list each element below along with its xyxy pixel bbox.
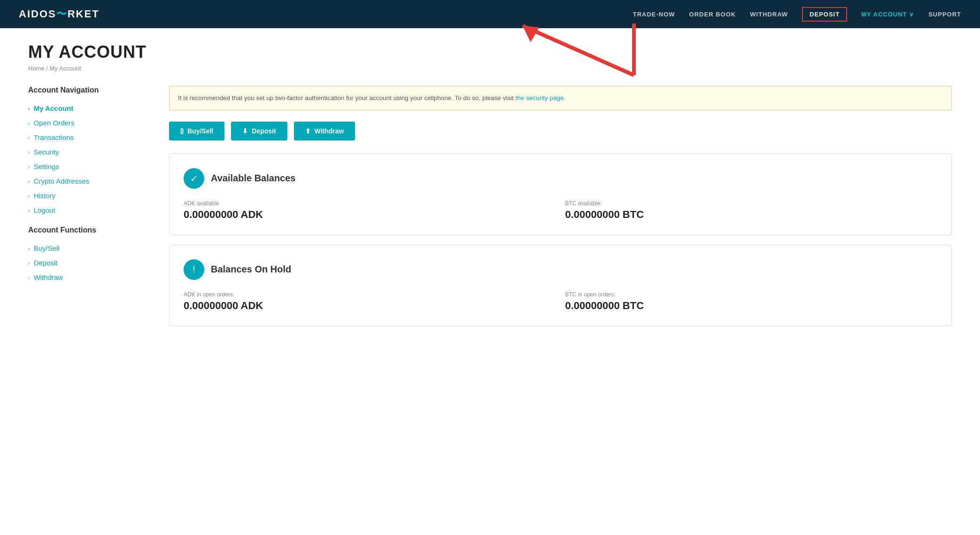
hold-balances-card: ! Balances On Hold ADK in open orders: 0… — [169, 245, 952, 326]
alert-box: It is recommended that you set up two-fa… — [169, 86, 952, 110]
btc-available-label: BTC available: — [565, 200, 938, 207]
sidebar-item-label: Deposit — [34, 259, 58, 267]
available-balances-header: ✓ Available Balances — [184, 168, 937, 189]
adk-available-item: ADK available 0.00000000 ADK — [184, 200, 556, 221]
nav-withdraw[interactable]: WITHDRAW — [750, 11, 788, 18]
btc-available-item: BTC available: 0.00000000 BTC — [565, 200, 938, 221]
logo[interactable]: AIDOS〜RKET — [19, 7, 100, 21]
breadcrumb-current: My Account — [50, 65, 81, 72]
breadcrumb: Home / My Account — [28, 65, 952, 72]
page-wrapper: MY ACCOUNT Home / My Account Account Nav… — [0, 28, 980, 350]
deposit-button[interactable]: ⬇ Deposit — [231, 122, 287, 140]
sidebar-item-buy-sell[interactable]: › Buy/Sell — [28, 241, 150, 256]
sidebar-item-my-account[interactable]: › My Account — [28, 101, 150, 116]
main-content: It is recommended that you set up two-fa… — [169, 86, 952, 336]
page-content: MY ACCOUNT Home / My Account Account Nav… — [0, 28, 980, 350]
sidebar-item-label: Open Orders — [34, 119, 75, 127]
sidebar-item-label: Withdraw — [34, 273, 63, 281]
adk-hold-item: ADK in open orders: 0.00000000 ADK — [184, 291, 556, 312]
sidebar-item-logout[interactable]: › Logout — [28, 203, 150, 217]
sidebar-item-label: Security — [34, 148, 59, 156]
main-layout: Account Navigation › My Account › Open O… — [28, 86, 952, 336]
sidebar-nav-title: Account Navigation — [28, 86, 150, 94]
adk-available-value: 0.00000000 ADK — [184, 209, 556, 221]
btc-hold-item: BTC in open orders: 0.00000000 BTC — [565, 291, 938, 312]
alert-text-end: . — [563, 94, 565, 101]
sidebar-item-open-orders[interactable]: › Open Orders — [28, 116, 150, 130]
logo-wave: 〜 — [56, 8, 68, 20]
chevron-icon: › — [28, 193, 30, 199]
available-balances-card: ✓ Available Balances ADK available 0.000… — [169, 154, 952, 235]
adk-hold-value: 0.00000000 ADK — [184, 300, 556, 312]
deposit-label: Deposit — [252, 127, 276, 135]
available-balances-title: Available Balances — [211, 173, 295, 184]
sidebar-item-security[interactable]: › Security — [28, 145, 150, 159]
alert-security-link[interactable]: the security page — [516, 94, 564, 101]
chevron-icon: › — [28, 178, 30, 184]
buy-sell-icon: ₿ — [180, 127, 184, 135]
check-icon: ✓ — [184, 168, 204, 189]
withdraw-icon: ⬆ — [305, 127, 311, 135]
buy-sell-label: Buy/Sell — [187, 127, 213, 135]
chevron-icon: › — [28, 106, 30, 111]
sidebar-item-label: Buy/Sell — [34, 244, 60, 252]
chevron-icon: › — [28, 208, 30, 213]
chevron-icon: › — [28, 120, 30, 126]
deposit-icon: ⬇ — [242, 127, 248, 135]
sidebar-item-label: History — [34, 192, 56, 200]
chevron-icon: › — [28, 164, 30, 170]
adk-hold-label: ADK in open orders: — [184, 291, 556, 298]
adk-available-label: ADK available — [184, 200, 556, 207]
sidebar: Account Navigation › My Account › Open O… — [28, 86, 150, 285]
nav-my-account[interactable]: MY ACCOUNT ∨ — [861, 11, 914, 18]
chevron-icon: › — [28, 149, 30, 155]
buy-sell-button[interactable]: ₿ Buy/Sell — [169, 122, 224, 140]
breadcrumb-home[interactable]: Home — [28, 65, 45, 72]
chevron-icon: › — [28, 275, 30, 280]
sidebar-item-withdraw[interactable]: › Withdraw — [28, 270, 150, 285]
sidebar-item-settings[interactable]: › Settings — [28, 159, 150, 174]
nav-support[interactable]: SUPPORT — [928, 11, 961, 18]
hold-balances-grid: ADK in open orders: 0.00000000 ADK BTC i… — [184, 291, 937, 312]
hold-balances-header: ! Balances On Hold — [184, 259, 937, 280]
nav-trade-now[interactable]: TRADE-NOW — [633, 11, 675, 18]
sidebar-item-label: Settings — [34, 163, 59, 171]
action-buttons: ₿ Buy/Sell ⬇ Deposit ⬆ Withdraw — [169, 122, 952, 140]
main-nav: TRADE-NOW ORDER BOOK WITHDRAW DEPOSIT MY… — [633, 7, 961, 22]
sidebar-item-label: Crypto Addresses — [34, 177, 89, 185]
hold-balances-title: Balances On Hold — [211, 264, 291, 275]
sidebar-item-history[interactable]: › History — [28, 188, 150, 203]
sidebar-functions-title: Account Functions — [28, 226, 150, 234]
available-balances-grid: ADK available 0.00000000 ADK BTC availab… — [184, 200, 937, 221]
btc-available-value: 0.00000000 BTC — [565, 209, 938, 221]
logo-text: AIDOS〜RKET — [19, 7, 100, 21]
exclamation-icon: ! — [184, 259, 204, 280]
sidebar-item-label: My Account — [34, 104, 73, 112]
alert-text: It is recommended that you set up two-fa… — [178, 94, 516, 101]
header: AIDOS〜RKET TRADE-NOW ORDER BOOK WITHDRAW… — [0, 0, 980, 28]
btc-hold-label: BTC in open orders: — [565, 291, 938, 298]
sidebar-item-crypto-addresses[interactable]: › Crypto Addresses — [28, 174, 150, 188]
sidebar-item-label: Transactions — [34, 133, 74, 141]
sidebar-item-label: Logout — [34, 206, 55, 214]
btc-hold-value: 0.00000000 BTC — [565, 300, 938, 312]
logo-text-aidos: AIDOS — [19, 8, 56, 20]
logo-text-rket: RKET — [68, 8, 100, 20]
breadcrumb-separator: / — [45, 65, 50, 72]
chevron-icon: › — [28, 246, 30, 251]
sidebar-item-transactions[interactable]: › Transactions — [28, 130, 150, 145]
withdraw-label: Withdraw — [315, 127, 344, 135]
chevron-icon: › — [28, 135, 30, 140]
nav-order-book[interactable]: ORDER BOOK — [689, 11, 736, 18]
sidebar-item-deposit[interactable]: › Deposit — [28, 256, 150, 270]
chevron-icon: › — [28, 260, 30, 266]
nav-deposit[interactable]: DEPOSIT — [802, 7, 847, 22]
page-title: MY ACCOUNT — [28, 42, 952, 62]
withdraw-button[interactable]: ⬆ Withdraw — [294, 122, 355, 140]
